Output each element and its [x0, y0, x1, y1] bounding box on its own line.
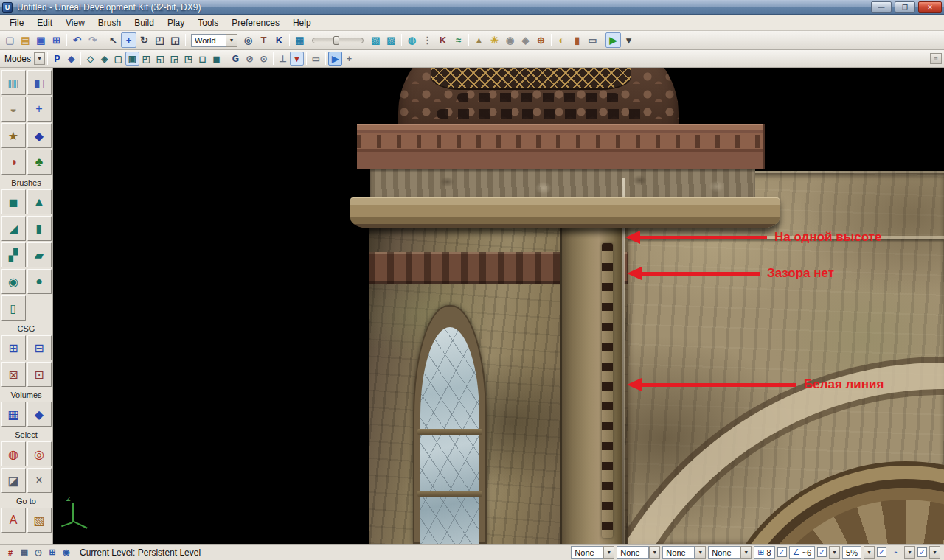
geometry-mode-button[interactable]: ◧ — [27, 70, 52, 95]
scale-nonuniform-tool-button[interactable]: ◲ — [167, 32, 183, 48]
cone-brush-button[interactable]: ▲ — [27, 189, 52, 214]
world-properties-button[interactable]: ◍ — [404, 32, 420, 48]
layer-combo-1[interactable]: None▾ — [571, 546, 614, 559]
view-shadow-button[interactable]: ◳ — [181, 52, 195, 66]
menu-build[interactable]: Build — [128, 16, 161, 29]
chevron-down-icon[interactable]: ▾ — [649, 546, 660, 559]
open-level-button[interactable]: ▤ — [18, 32, 33, 48]
realtime-preview-button[interactable]: ▶ — [328, 52, 342, 66]
chevron-down-icon[interactable]: ▾ — [929, 546, 940, 559]
chevron-down-icon[interactable]: ▾ — [695, 546, 706, 559]
menu-play[interactable]: Play — [161, 16, 191, 29]
rotation-grid-box[interactable]: ∠ ~6 — [789, 546, 815, 559]
scale-grid-box[interactable]: 5% — [842, 546, 861, 559]
save-level-button[interactable]: ▣ — [33, 32, 49, 48]
maximize-viewport-button[interactable]: ▭ — [309, 52, 323, 66]
view-lightmap-density-button[interactable]: ◲ — [167, 52, 181, 66]
csg-deintersect-button[interactable]: ⊡ — [27, 362, 52, 387]
scale-tool-button[interactable]: ◰ — [152, 32, 167, 48]
cube-brush-button[interactable]: ◼ — [1, 189, 26, 214]
perspective-viewport[interactable]: Z — [53, 68, 944, 544]
kismet-button[interactable]: K — [271, 32, 287, 48]
chevron-down-icon[interactable]: ▾ — [740, 546, 752, 559]
rotate-tool-button[interactable]: ↻ — [136, 32, 152, 48]
device-manager-button[interactable]: ▭ — [585, 32, 600, 48]
view-detail-lighting-button[interactable]: ◰ — [139, 52, 153, 66]
dock-grip[interactable]: ≡ — [930, 53, 942, 64]
find-actors-button[interactable]: ◎ — [240, 32, 256, 48]
translate-mode-button[interactable]: + — [27, 97, 52, 122]
goto-actor-button[interactable]: A — [1, 508, 26, 533]
socket-snapping-button[interactable]: ⊥ — [276, 52, 290, 66]
translate-tool-button[interactable]: + — [121, 32, 136, 48]
redo-button[interactable]: ↷ — [85, 32, 100, 48]
drag-grid-size-box[interactable]: ⊞ 8 — [754, 546, 774, 559]
generic-browser-button[interactable]: ▧ — [368, 32, 384, 48]
select-tool-button[interactable]: ↖ — [105, 32, 121, 48]
view-collision-button[interactable]: ◻ — [195, 52, 209, 66]
volumetric-brush-button[interactable]: ▯ — [1, 295, 26, 321]
view-lit-button[interactable]: ▣ — [125, 52, 139, 66]
build-geometry-button[interactable]: ▲ — [471, 32, 487, 48]
play-options-button[interactable]: ▾ — [621, 32, 636, 48]
build-lighting-button[interactable]: ☀ — [487, 32, 502, 48]
layer-combo-4[interactable]: None▾ — [708, 546, 752, 559]
chevron-down-icon[interactable]: ▾ — [829, 546, 840, 559]
menu-preferences[interactable]: Preferences — [225, 16, 286, 29]
layer-grid-button[interactable]: ▦ — [18, 546, 31, 559]
menu-file[interactable]: File — [3, 16, 30, 29]
view-perspective-button[interactable]: ◇ — [83, 52, 97, 66]
foliage-mode-button[interactable]: ♣ — [27, 150, 52, 175]
chevron-down-icon[interactable]: ▾ — [904, 546, 915, 559]
menu-edit[interactable]: Edit — [30, 16, 59, 29]
chevron-down-icon[interactable]: ▾ — [226, 34, 237, 47]
lighting-quality-button[interactable]: ◐ — [554, 32, 569, 48]
invert-selection-button[interactable]: × — [27, 468, 52, 493]
deselect-all-button[interactable]: ◪ — [1, 468, 26, 493]
camera-mode-button[interactable]: ▥ — [1, 70, 26, 95]
csg-subtract-button[interactable]: ⊟ — [27, 335, 52, 360]
viewport-options-button[interactable]: ⊙ — [257, 52, 271, 66]
csg-add-button[interactable]: ⊞ — [1, 335, 26, 360]
drag-grid-checkbox[interactable]: ✓ — [777, 547, 787, 557]
lock-viewport-button[interactable]: ⊘ — [243, 52, 257, 66]
build-paths-button[interactable]: ◉ — [502, 32, 518, 48]
view-shader-complexity-button[interactable]: ◱ — [153, 52, 167, 66]
layer-combo-3[interactable]: None▾ — [662, 546, 706, 559]
status-checkbox[interactable]: ✓ — [917, 547, 927, 557]
close-button[interactable]: ✕ — [918, 1, 942, 13]
chevron-down-icon[interactable]: ▾ — [603, 546, 614, 559]
csg-intersect-button[interactable]: ⊠ — [1, 362, 26, 387]
minimize-button[interactable]: — — [871, 1, 892, 13]
new-level-button[interactable]: ▢ — [2, 32, 18, 48]
add-solid-volume-button[interactable]: ◆ — [27, 402, 52, 427]
camera-speed-icon[interactable]: ◔ — [889, 546, 902, 559]
spiral-staircase-brush-button[interactable]: ◉ — [1, 269, 26, 294]
goto-builder-brush-button[interactable]: ▧ — [27, 508, 52, 533]
kismet-debugger-button[interactable]: K — [435, 32, 451, 48]
prefab-lock-button[interactable]: P — [50, 52, 64, 66]
menu-tools[interactable]: Tools — [191, 16, 225, 29]
view-wireframe-button[interactable]: ◈ — [97, 52, 111, 66]
layer-combo-2[interactable]: None▾ — [617, 546, 660, 559]
mesh-paint-mode-button[interactable]: ◑ — [1, 150, 26, 175]
select-matching-brush-button[interactable]: ◍ — [1, 441, 26, 466]
camera-speed-slider[interactable] — [312, 38, 364, 43]
actor-class-browser-button[interactable]: ▨ — [384, 32, 399, 48]
realtime-audio-button[interactable]: ◉ — [60, 546, 73, 559]
menu-view[interactable]: View — [59, 16, 91, 29]
cylinder-brush-button[interactable]: ▮ — [27, 216, 52, 241]
add-volume-button[interactable]: ▦ — [1, 402, 26, 427]
view-unlit-button[interactable]: ▢ — [111, 52, 125, 66]
terrain-edit-mode-button[interactable]: ◒ — [1, 97, 26, 122]
build-cover-nodes-button[interactable]: ◈ — [518, 32, 533, 48]
content-browser-button[interactable]: ▦ — [292, 32, 308, 48]
rotation-grid-checkbox[interactable]: ✓ — [817, 547, 827, 557]
save-all-button[interactable]: ⊞ — [49, 32, 64, 48]
world-select[interactable]: World ▾ — [191, 34, 237, 47]
undo-button[interactable]: ↶ — [69, 32, 85, 48]
menu-brush[interactable]: Brush — [91, 16, 128, 29]
move-widget-button[interactable]: + — [342, 52, 356, 66]
camera-speed-knob[interactable] — [333, 36, 339, 45]
snap-grid-button[interactable]: # — [4, 546, 17, 559]
